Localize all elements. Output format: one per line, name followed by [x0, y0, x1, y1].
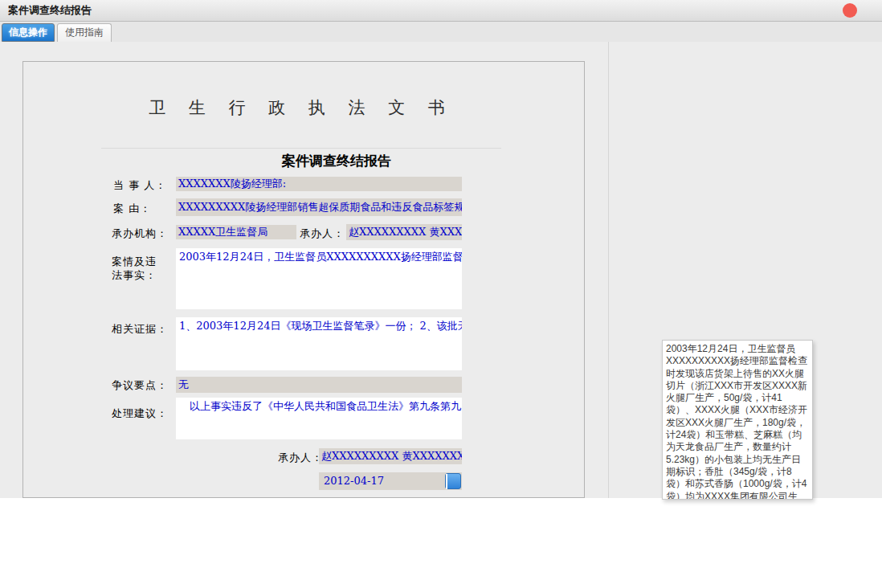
dispute-field[interactable]: 无	[176, 377, 462, 393]
date-value: 2012-04-17	[324, 472, 384, 490]
cause-field[interactable]: XXXXXXXXX陵扬经理部销售超保质期食品和违反食品标签规定案	[176, 198, 462, 216]
proposal-textarea[interactable]: 以上事实违反了《中华人民共和国食品卫生法》第九条第九	[176, 398, 462, 439]
proposal-label: 处理建议：	[112, 406, 168, 421]
signoff-handler-field[interactable]: 赵XXXXXXXXX 黄XXXXXXX	[319, 448, 462, 464]
document-title: 案件调查终结报告	[176, 152, 497, 170]
title-bar: 案件调查终结报告	[0, 0, 882, 22]
letterhead-divider	[101, 148, 501, 149]
party-field[interactable]: XXXXXXX陵扬经理部:	[176, 177, 462, 191]
tab-bar: 信息操作 使用指南	[0, 22, 882, 42]
chevron-down-icon	[446, 474, 447, 489]
agency-label: 承办机构：	[112, 227, 168, 241]
handler-field[interactable]: 赵XXXXXXXXX 黄XXXXXXXX	[346, 224, 462, 240]
document-letterhead: 卫 生 行 政 执 法 文 书	[101, 97, 501, 118]
window-title: 案件调查终结报告	[8, 0, 92, 21]
evidence-textarea[interactable]: 1、2003年12月24日《现场卫生监督笔录》一份； 2、该批无	[176, 317, 462, 370]
agency-field[interactable]: XXXXX卫生监督局	[176, 225, 296, 239]
document-panel: 卫 生 行 政 执 法 文 书 案件调查终结报告 当 事 人： XXXXXXX陵…	[22, 61, 585, 498]
party-label: 当 事 人：	[113, 178, 166, 193]
handler-label: 承办人：	[300, 227, 345, 241]
close-icon[interactable]	[843, 3, 857, 18]
facts-textarea[interactable]: 2003年12月24日，卫生监督员XXXXXXXXXX扬经理部监督检查时	[176, 248, 462, 309]
signoff-handler-label: 承办人：	[278, 451, 323, 465]
tab-info-operations[interactable]: 信息操作	[2, 23, 55, 42]
panel-divider	[608, 42, 609, 498]
app-window: 案件调查终结报告 信息操作 使用指南 卫 生 行 政 执 法 文 书 案件调查终…	[0, 0, 882, 588]
evidence-label: 相关证据：	[112, 322, 168, 337]
date-dropdown-button[interactable]	[445, 473, 461, 489]
dispute-label: 争议要点：	[112, 378, 168, 393]
date-combobox[interactable]: 2012-04-17	[319, 472, 462, 490]
facts-label: 案情及违法事实：	[112, 255, 158, 282]
cause-label: 案 由：	[113, 202, 151, 216]
facts-tooltip: 2003年12月24日，卫生监督员XXXXXXXXXX扬经理部监督检查时发现该店…	[662, 340, 813, 500]
tab-user-guide[interactable]: 使用指南	[57, 23, 112, 42]
